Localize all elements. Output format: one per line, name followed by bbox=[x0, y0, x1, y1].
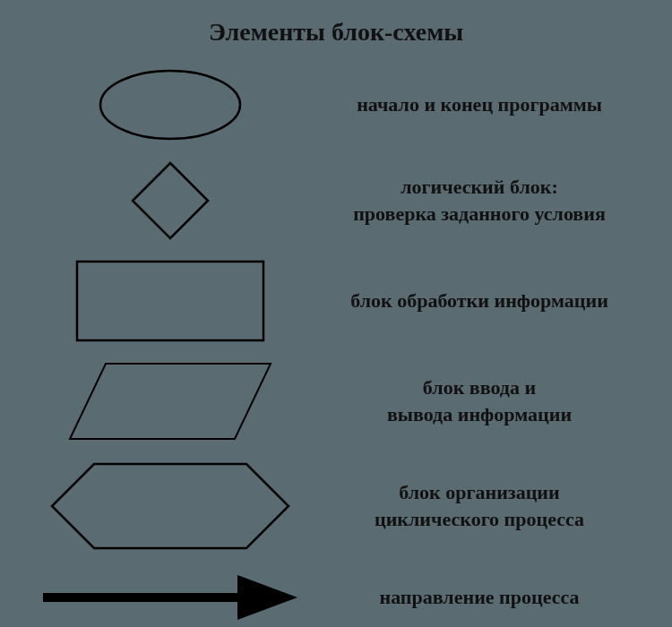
row-arrow: направление процесса bbox=[27, 566, 645, 627]
svg-point-0 bbox=[100, 71, 240, 139]
hexagon-icon bbox=[45, 457, 296, 555]
label-process: блок обработки информации bbox=[314, 288, 645, 314]
label-arrow: направление процесса bbox=[314, 584, 645, 611]
row-loop: блок организациициклического процесса bbox=[27, 457, 645, 555]
ellipse-icon bbox=[94, 64, 246, 145]
row-decision: логический блок:проверка заданного услов… bbox=[27, 156, 645, 245]
svg-marker-1 bbox=[133, 163, 208, 238]
svg-rect-2 bbox=[77, 262, 263, 340]
label-terminator: начало и конец программы bbox=[314, 91, 645, 118]
row-process: блок обработки информации bbox=[27, 256, 645, 346]
svg-marker-3 bbox=[70, 364, 271, 439]
row-terminator: начало и конец программы bbox=[27, 64, 645, 145]
diamond-icon bbox=[125, 156, 215, 245]
parallelogram-icon bbox=[63, 356, 278, 446]
arrow-icon bbox=[36, 566, 305, 627]
row-io: блок ввода ивывода информации bbox=[27, 356, 645, 446]
label-io: блок ввода ивывода информации bbox=[314, 374, 645, 427]
label-decision: логический блок:проверка заданного услов… bbox=[314, 174, 645, 227]
label-loop: блок организациициклического процесса bbox=[314, 479, 645, 532]
rectangle-icon bbox=[72, 256, 269, 346]
svg-marker-4 bbox=[52, 464, 289, 548]
svg-marker-6 bbox=[237, 575, 297, 620]
diagram-title: Элементы блок-схемы bbox=[27, 18, 645, 47]
